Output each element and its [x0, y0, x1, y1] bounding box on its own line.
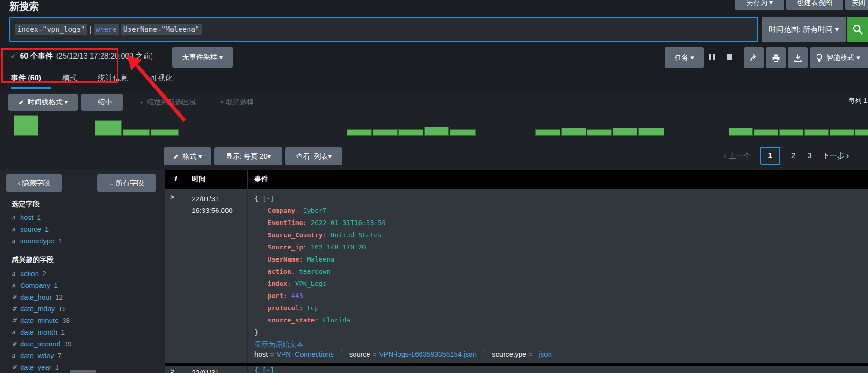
show-raw-text-link[interactable]: 显示为原始文本: [254, 338, 386, 351]
field-row: a Company 1: [12, 279, 58, 291]
row-expander[interactable]: >: [170, 193, 174, 201]
all-fields-button[interactable]: ≡ 所有字段: [97, 174, 156, 192]
hide-fields-button[interactable]: ‹ 隐藏字段: [6, 174, 62, 192]
histogram-bar[interactable]: [151, 129, 179, 136]
field-name-link[interactable]: action: [20, 270, 39, 278]
job-menu-button[interactable]: 任务 ▾: [665, 47, 704, 68]
result-tab[interactable]: 统计信息: [98, 73, 128, 83]
field-name-link[interactable]: date_month: [20, 328, 57, 336]
histogram-bar[interactable]: [424, 127, 449, 136]
json-value: tcp: [307, 304, 318, 312]
column-header-event: 事件: [254, 175, 268, 183]
export-button[interactable]: [788, 47, 808, 68]
query-token-filter: UserName="Maleena": [121, 24, 202, 35]
stop-button[interactable]: [726, 53, 733, 61]
histogram-bar[interactable]: [587, 129, 612, 136]
result-tab[interactable]: 模式: [62, 73, 77, 83]
field-count: 1: [37, 214, 41, 221]
share-button[interactable]: [744, 47, 764, 68]
histogram-bar[interactable]: [14, 115, 38, 136]
row-expander[interactable]: >: [170, 367, 174, 373]
result-tab[interactable]: 可视化: [150, 73, 173, 83]
search-button[interactable]: [847, 17, 868, 42]
field-name-link[interactable]: date_second: [20, 340, 60, 348]
json-key: EventTime: [268, 219, 303, 227]
histogram-bar[interactable]: [613, 128, 637, 136]
meta-field-value-link[interactable]: VPN-logs-1663593355154.json: [379, 350, 477, 358]
field-row: a action 2: [12, 268, 46, 279]
search-query-input[interactable]: index="vpn_logs" | where UserName="Malee…: [9, 17, 758, 42]
zoom-out-button[interactable]: − 缩小: [81, 94, 123, 111]
view-mode-button[interactable]: 查看: 列表▾: [285, 147, 342, 165]
json-field-lines: Company: CyberT EventTime: 2022-01-31T16…: [254, 205, 386, 326]
pagination: ‹ 上一个 1 2 3 下一步 ›: [724, 146, 849, 165]
histogram-bar[interactable]: [398, 129, 423, 136]
histogram-bar[interactable]: [754, 129, 778, 136]
format-results-button[interactable]: 格式 ▾: [164, 147, 211, 165]
histogram-bar[interactable]: [373, 129, 398, 136]
event-date: 22/01/31: [192, 193, 233, 205]
zoom-to-selection-button[interactable]: ＋ 缩放到所选区域: [138, 98, 196, 107]
histogram-bar[interactable]: [729, 128, 753, 136]
field-name-link[interactable]: sourcetype: [20, 237, 54, 245]
histogram-bar[interactable]: [450, 129, 476, 136]
histogram-bar[interactable]: [95, 120, 122, 136]
field-name-link[interactable]: source: [20, 225, 41, 233]
pagination-next[interactable]: 下一步 ›: [822, 151, 849, 161]
smart-mode-button[interactable]: 智能模式 ▾: [810, 47, 868, 68]
meta-field-value-link[interactable]: VPN_Connections: [276, 350, 334, 358]
json-key: Source_Country: [268, 231, 323, 239]
per-page-button[interactable]: 显示: 每页 20▾: [214, 147, 282, 165]
print-button[interactable]: [766, 47, 786, 68]
histogram-bar[interactable]: [779, 129, 803, 136]
event-timeline-histogram: [0, 115, 868, 136]
column-header-info: i: [174, 175, 177, 183]
time-range-picker[interactable]: 时间范围: 所有时间 ▾: [762, 17, 846, 42]
field-count: 7: [58, 352, 62, 359]
histogram-bar[interactable]: [855, 129, 868, 136]
event-date: 22/01/31: [192, 366, 219, 373]
field-name-link[interactable]: date_mday: [20, 305, 55, 313]
pause-button[interactable]: [709, 52, 716, 62]
json-field-line: port: 443: [254, 290, 386, 302]
timeline-format-button[interactable]: 时间线格式 ▾: [8, 94, 78, 111]
field-name-link[interactable]: date_minute: [20, 316, 59, 324]
field-count: 1: [54, 282, 58, 289]
page-number[interactable]: 2: [790, 152, 796, 160]
search-icon: [852, 23, 864, 36]
json-key: Company: [268, 207, 295, 214]
histogram-bar[interactable]: [638, 128, 664, 136]
page-number[interactable]: 3: [807, 152, 813, 160]
lightbulb-icon: [816, 53, 823, 63]
field-name-link[interactable]: Company: [20, 281, 50, 289]
event-sampling-button[interactable]: 无事件采样 ▾: [172, 47, 233, 68]
field-type-icon: a: [12, 329, 16, 336]
field-row: a sourcetype 1: [12, 235, 62, 247]
create-table-view-button[interactable]: 创建表视图: [786, 0, 843, 10]
field-name-link[interactable]: date_wday: [20, 351, 54, 359]
pagination-prev[interactable]: ‹ 上一个: [724, 151, 751, 161]
field-name-link[interactable]: host: [20, 213, 33, 221]
histogram-bar[interactable]: [535, 129, 560, 136]
json-key: port: [268, 292, 283, 300]
page-number[interactable]: 1: [760, 147, 780, 165]
download-icon: [793, 53, 803, 63]
histogram-bar[interactable]: [123, 129, 150, 136]
histogram-bar[interactable]: [804, 129, 829, 136]
field-count: 1: [58, 237, 62, 245]
json-value: Florida: [323, 316, 350, 324]
more-fields-button[interactable]: [70, 370, 96, 373]
result-tab[interactable]: 事件 (60): [11, 73, 41, 83]
histogram-bar[interactable]: [347, 129, 372, 136]
meta-field-value-link[interactable]: _json: [535, 350, 552, 358]
json-key: index: [268, 280, 287, 287]
collapse-toggle[interactable]: [-]: [262, 195, 274, 202]
histogram-bar[interactable]: [561, 128, 586, 136]
field-name-link[interactable]: date_hour: [20, 293, 52, 301]
deselect-button[interactable]: × 取消选择: [220, 98, 254, 107]
field-name-link[interactable]: date_year: [20, 363, 51, 371]
save-as-button[interactable]: 另存为 ▾: [735, 0, 784, 10]
close-button[interactable]: 关闭: [845, 0, 868, 10]
histogram-bar[interactable]: [830, 129, 854, 136]
json-key: protocol: [268, 304, 299, 312]
